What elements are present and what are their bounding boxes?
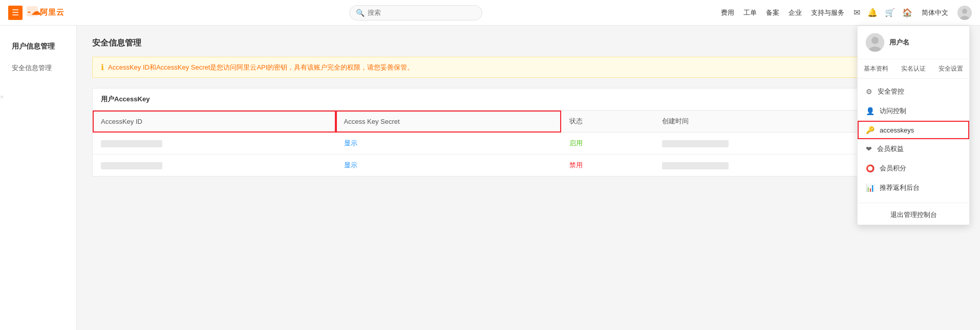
member-points-icon: ⭕ [866,164,875,172]
dropdown-item-security-control[interactable]: ⚙ 安全管控 [858,82,969,101]
nav-item-support[interactable]: 支持与服务 [811,8,844,17]
top-nav: ☰ -☁ 阿里云 🔍 费用 工单 备案 企业 支持与服务 ✉ 🔔 🛒 🏠 简体中… [0,0,980,26]
dropdown-item-accesskeys[interactable]: 🔑 accesskeys [858,121,969,139]
svg-text:-☁: -☁ [28,7,41,17]
td-accesskey-id-1 [93,133,336,155]
status-badge-disabled-2: 禁用 [569,161,583,169]
nav-item-fees[interactable]: 费用 [721,8,734,17]
svg-point-7 [871,37,879,44]
sidebar-item-user-info[interactable]: 用户信息管理 [0,36,76,57]
user-avatar[interactable] [957,6,972,20]
td-status-1: 启用 [561,133,654,155]
alert-banner: ℹ AccessKey ID和AccessKey Secret是您访问阿里云AP… [92,57,965,78]
accesskeys-icon: 🔑 [866,126,875,134]
dropdown-label-member-rights: 会员权益 [877,144,904,153]
blurred-time-1 [662,140,729,147]
td-accesskey-id-2 [93,155,336,177]
td-secret-1: 显示 [336,133,562,155]
security-control-icon: ⚙ [866,87,872,96]
blurred-id-1 [101,140,162,147]
home-icon[interactable]: 🏠 [902,8,912,17]
table-header-row: AccessKey ID Access Key Secret 状态 创建时间 [93,111,964,133]
nav-item-record[interactable]: 备案 [766,8,779,17]
dropdown-item-access-control[interactable]: 👤 访问控制 [858,101,969,121]
blurred-time-2 [662,162,729,169]
dropdown-tab-security[interactable]: 安全设置 [932,59,969,78]
dropdown-avatar [866,33,884,52]
user-dropdown: 用户名 基本资料 实名认证 安全设置 ⚙ 安全管控 👤 访问控制 🔑 acces… [857,26,970,225]
search-area: 🔍 [111,5,721,20]
dropdown-item-referral[interactable]: 📊 推荐返利后台 [858,178,969,197]
dropdown-label-security-control: 安全管控 [878,87,904,96]
svg-text:阿里云: 阿里云 [40,8,65,16]
nav-item-ticket[interactable]: 工单 [743,8,757,17]
nav-icon-group: ✉ 🔔 🛒 🏠 [854,8,912,17]
dropdown-tab-profile[interactable]: 基本资料 [858,59,895,78]
sidebar-item-security-info[interactable]: 安全信息管理 [0,57,76,79]
notification-icon[interactable]: 🔔 [867,8,878,17]
th-access-key-secret: Access Key Secret [336,111,562,133]
td-secret-2: 显示 [336,155,562,177]
table-row: 显示 启用 [93,133,964,155]
logo-area: ☰ -☁ 阿里云 [8,4,111,21]
alert-icon: ℹ [101,62,104,72]
alert-highlight-text: AccessKey ID和AccessKey Secret是您访问阿里云API的… [108,63,414,71]
dropdown-label-referral: 推荐返利后台 [880,183,920,192]
main-layout: 用户信息管理 安全信息管理 ≡ 安全信息管理 ℹ AccessKey ID和Ac… [0,26,980,330]
member-rights-icon: ❤ [866,145,872,153]
blurred-id-2 [101,162,162,169]
mail-icon[interactable]: ✉ [854,8,860,17]
th-accesskey-id: AccessKey ID [93,111,336,133]
dropdown-tabs: 基本资料 实名认证 安全设置 [858,59,969,79]
hamburger-button[interactable]: ☰ [8,6,23,20]
nav-item-enterprise[interactable]: 企业 [789,8,802,17]
sidebar: 用户信息管理 安全信息管理 ≡ [0,26,77,330]
referral-icon: 📊 [866,184,875,192]
main-content: 安全信息管理 ℹ AccessKey ID和AccessKey Secret是您… [77,26,980,330]
alert-text: AccessKey ID和AccessKey Secret是您访问阿里云API的… [108,63,414,72]
table-row: 显示 禁用 [93,155,964,177]
page-title: 安全信息管理 [92,38,965,49]
access-control-icon: 👤 [866,107,875,115]
td-status-2: 禁用 [561,155,654,177]
svg-point-4 [962,9,967,14]
dropdown-item-member-rights[interactable]: ❤ 会员权益 [858,139,969,159]
dropdown-user-header: 用户名 [858,26,969,59]
hamburger-icon: ☰ [12,8,19,17]
accesskey-table: AccessKey ID Access Key Secret 状态 创建时间 [93,111,964,176]
dropdown-menu-items: ⚙ 安全管控 👤 访问控制 🔑 accesskeys ❤ 会员权益 ⭕ 会员积分… [858,79,969,201]
show-link-1[interactable]: 显示 [344,139,357,147]
ak-section-title: 用户AccessKey [93,89,964,111]
search-box[interactable]: 🔍 [349,5,482,20]
dropdown-label-member-points: 会员积分 [880,164,906,173]
dropdown-divider [858,203,969,203]
accesskey-section: 用户AccessKey AccessKey ID Access Key Secr… [92,88,965,177]
resize-handle[interactable]: ≡ [0,89,4,105]
cart-icon[interactable]: 🛒 [885,8,895,17]
dropdown-logout[interactable]: 退出管理控制台 [858,205,969,225]
nav-right: 费用 工单 备案 企业 支持与服务 ✉ 🔔 🛒 🏠 简体中文 [721,6,972,20]
logo-text: -☁ 阿里云 [27,4,78,21]
nav-language[interactable]: 简体中文 [922,8,948,17]
dropdown-item-member-points[interactable]: ⭕ 会员积分 [858,159,969,178]
search-icon: 🔍 [356,9,365,17]
dropdown-tab-realname[interactable]: 实名认证 [895,59,932,78]
status-badge-active-1: 启用 [569,139,583,147]
search-input[interactable] [368,9,470,16]
dropdown-username: 用户名 [889,38,909,47]
dropdown-label-accesskeys: accesskeys [880,126,914,134]
th-status: 状态 [561,111,654,133]
show-link-2[interactable]: 显示 [344,161,357,169]
dropdown-label-access-control: 访问控制 [880,106,906,116]
